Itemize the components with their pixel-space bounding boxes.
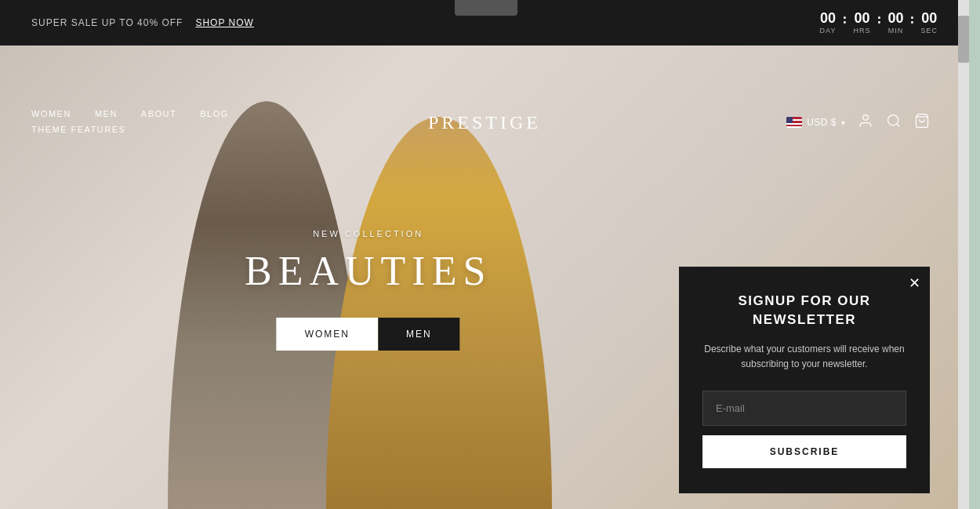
- countdown-min: 00 MIN: [887, 11, 903, 35]
- flag-icon: [786, 117, 802, 128]
- countdown-sec: 00 SEC: [920, 11, 938, 35]
- countdown-hrs-label: HRS: [853, 27, 870, 35]
- countdown-sep-2: :: [877, 11, 881, 27]
- hero-buttons: WOMEN MEN: [245, 318, 492, 351]
- men-button[interactable]: MEN: [378, 318, 460, 351]
- nav-right: USD $ ▾: [786, 113, 930, 133]
- chevron-down-icon: ▾: [841, 118, 845, 127]
- svg-point-1: [888, 115, 898, 125]
- hero-title: BEAUTIES: [245, 248, 492, 294]
- site-logo[interactable]: PRESTIGE: [428, 112, 541, 133]
- women-button[interactable]: WOMEN: [277, 318, 378, 351]
- main-container: SUPER SALE UP TO 40% OFF SHOP NOW 00 DAY…: [0, 0, 969, 509]
- hero-subtitle: NEW COLLECTION: [245, 229, 492, 238]
- user-icon[interactable]: [858, 113, 873, 133]
- hero-section: WOMEN MEN ABOUT BLOG THEME FEATURES PRES…: [0, 45, 969, 509]
- countdown-sec-value: 00: [921, 11, 937, 25]
- countdown-sep-3: :: [909, 11, 914, 27]
- newsletter-title: SIGNUP FOR OUR NEWSLETTER: [702, 292, 906, 329]
- nav-center: PRESTIGE: [428, 112, 541, 133]
- subscribe-button[interactable]: SUBSCRIBE: [702, 435, 906, 468]
- announcement-text: SUPER SALE UP TO 40% OFF: [31, 17, 183, 28]
- svg-point-0: [863, 115, 869, 120]
- scrollbar-thumb[interactable]: [958, 16, 969, 63]
- nav-item-women[interactable]: WOMEN: [31, 109, 71, 118]
- countdown-day: 00 DAY: [820, 11, 837, 35]
- nav-item-theme-features[interactable]: THEME FEATURES: [31, 125, 125, 134]
- announcement-left: SUPER SALE UP TO 40% OFF SHOP NOW: [31, 17, 254, 28]
- countdown-day-label: DAY: [820, 27, 837, 35]
- scrollbar[interactable]: [958, 0, 969, 509]
- countdown-sec-label: SEC: [920, 27, 938, 35]
- nav-item-blog[interactable]: BLOG: [200, 109, 229, 118]
- hero-content: NEW COLLECTION BEAUTIES WOMEN MEN: [245, 229, 492, 351]
- navigation: WOMEN MEN ABOUT BLOG THEME FEATURES PRES…: [0, 91, 969, 154]
- popup-close-button[interactable]: ✕: [909, 276, 920, 290]
- countdown-hrs: 00 HRS: [853, 11, 870, 35]
- countdown: 00 DAY : 00 HRS : 00 MIN : 00 SEC: [820, 11, 938, 35]
- nav-item-about[interactable]: ABOUT: [141, 109, 176, 118]
- countdown-sep-1: :: [842, 11, 847, 27]
- currency-text: USD $: [807, 117, 837, 128]
- currency-selector[interactable]: USD $ ▾: [786, 117, 845, 128]
- search-icon[interactable]: [886, 113, 902, 133]
- countdown-hrs-value: 00: [854, 11, 869, 25]
- nav-bottom-row: THEME FEATURES: [31, 122, 229, 136]
- email-input[interactable]: [702, 391, 906, 426]
- countdown-min-value: 00: [887, 11, 903, 25]
- top-scroll-indicator: [455, 0, 517, 16]
- countdown-min-label: MIN: [888, 27, 904, 35]
- newsletter-popup: ✕ SIGNUP FOR OUR NEWSLETTER Describe wha…: [679, 267, 930, 493]
- newsletter-description: Describe what your customers will receiv…: [702, 342, 906, 372]
- countdown-day-value: 00: [820, 11, 836, 25]
- nav-item-men[interactable]: MEN: [95, 109, 118, 118]
- nav-left: WOMEN MEN ABOUT BLOG THEME FEATURES: [31, 109, 229, 136]
- shop-now-link[interactable]: SHOP NOW: [195, 17, 253, 28]
- cart-icon[interactable]: [914, 113, 930, 133]
- nav-top-row: WOMEN MEN ABOUT BLOG: [31, 109, 229, 118]
